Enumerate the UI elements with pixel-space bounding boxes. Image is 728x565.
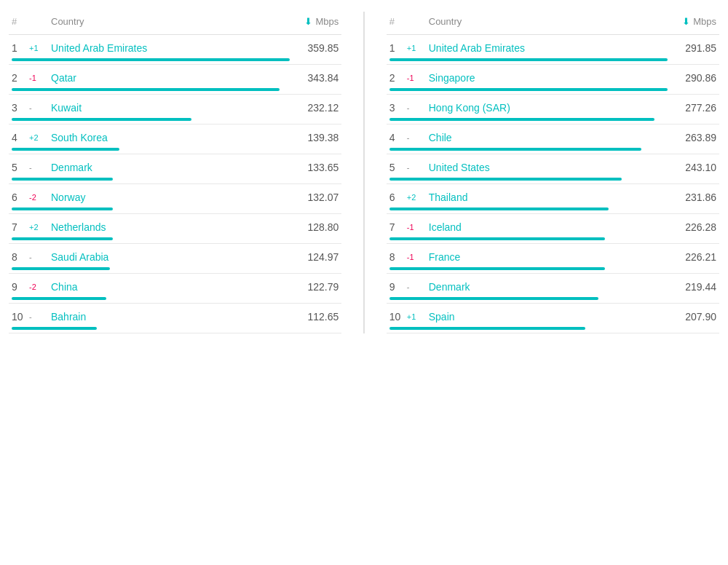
table-row: 6 -2 Norway 132.07 xyxy=(9,184,341,214)
table-header: # Country ⬇ Mbps xyxy=(387,12,719,35)
table-row: 4 +2 South Korea 139.38 xyxy=(9,125,341,154)
rank-number: 1 xyxy=(12,42,29,54)
country-name: Kuwait xyxy=(51,102,288,114)
table-row: 10 - Bahrain 112.65 xyxy=(9,304,341,333)
speed-bar-container xyxy=(12,267,339,270)
rank-change: -2 xyxy=(29,282,51,291)
table-row: 1 +1 United Arab Emirates 359.85 xyxy=(9,35,341,65)
speed-bar xyxy=(389,297,599,300)
speed-bar-container xyxy=(389,267,716,270)
mbps-value: 231.86 xyxy=(665,191,716,203)
speed-bar-container xyxy=(12,237,339,240)
rank-change: +1 xyxy=(407,44,429,52)
speed-bar xyxy=(389,267,606,270)
rank-number: 10 xyxy=(389,311,407,323)
download-icon: ⬇ xyxy=(682,16,690,27)
country-name: Qatar xyxy=(51,72,288,84)
rank-number: 5 xyxy=(389,162,407,173)
rank-change: +1 xyxy=(407,312,429,321)
rank-number: 9 xyxy=(12,281,29,293)
rank-number: 9 xyxy=(389,281,407,293)
country-name: Hong Kong (SAR) xyxy=(429,102,665,114)
speed-bar-container xyxy=(12,148,339,151)
download-icon: ⬇ xyxy=(304,16,312,27)
speed-bar xyxy=(12,178,113,181)
table-row: 7 +2 Netherlands 128.80 xyxy=(9,214,341,244)
speed-bar-container xyxy=(389,118,716,121)
speed-bar xyxy=(12,297,106,300)
country-name: Netherlands xyxy=(51,221,288,233)
rank-change: - xyxy=(29,253,51,261)
mbps-value: 343.84 xyxy=(288,72,339,84)
country-name: Spain xyxy=(429,311,665,323)
speed-bar-container xyxy=(12,58,339,61)
rank-change: - xyxy=(407,133,429,142)
rank-change: -1 xyxy=(29,74,51,82)
speed-bar xyxy=(12,58,290,61)
table-row: 5 - United States 243.10 xyxy=(387,154,719,184)
speed-bar-container xyxy=(12,208,339,210)
rank-change: - xyxy=(407,282,429,291)
country-name: Iceland xyxy=(429,221,665,233)
rank-number: 1 xyxy=(389,42,407,54)
header-mbps: ⬇ Mbps xyxy=(288,16,339,27)
speed-bar xyxy=(389,208,609,210)
rank-number: 4 xyxy=(389,132,407,143)
mbps-value: 226.21 xyxy=(665,251,716,263)
country-name: Thailand xyxy=(429,191,665,203)
mbps-value: 124.97 xyxy=(288,251,339,263)
mbps-value: 132.07 xyxy=(288,191,339,203)
mbps-value: 291.85 xyxy=(665,42,716,54)
rank-change: -1 xyxy=(407,223,429,232)
speed-bar-container xyxy=(12,88,339,91)
mbps-value: 219.44 xyxy=(665,281,716,293)
table-row: 2 -1 Singapore 290.86 xyxy=(387,65,719,95)
speed-bar-container xyxy=(389,148,716,151)
rank-number: 3 xyxy=(389,102,407,114)
rank-number: 6 xyxy=(12,191,29,203)
speed-bar-container xyxy=(389,237,716,240)
speed-bar xyxy=(12,88,280,91)
table-row: 8 - Saudi Arabia 124.97 xyxy=(9,244,341,274)
table-header: # Country ⬇ Mbps xyxy=(9,12,341,35)
right-table: # Country ⬇ Mbps 1 +1 United Arab Emirat… xyxy=(387,12,719,333)
country-name: China xyxy=(51,281,288,293)
rank-change: -1 xyxy=(407,74,429,82)
rank-number: 2 xyxy=(389,72,407,84)
mbps-value: 263.89 xyxy=(665,132,716,143)
rank-number: 7 xyxy=(389,221,407,233)
speed-bar-container xyxy=(389,327,716,330)
country-name: South Korea xyxy=(51,132,288,143)
table-row: 7 -1 Iceland 226.28 xyxy=(387,214,719,244)
rank-change: +2 xyxy=(407,193,429,202)
header-country: Country xyxy=(51,16,288,27)
country-name: Denmark xyxy=(51,162,288,173)
speed-bar xyxy=(389,118,654,121)
rank-change: - xyxy=(29,103,51,112)
country-name: Norway xyxy=(51,191,288,203)
speed-bar-container xyxy=(389,297,716,300)
speed-bar xyxy=(389,237,606,240)
table-row: 9 - Denmark 219.44 xyxy=(387,274,719,304)
speed-bar xyxy=(12,148,119,151)
table-row: 5 - Denmark 133.65 xyxy=(9,154,341,184)
table-row: 9 -2 China 122.79 xyxy=(9,274,341,304)
rank-change: -2 xyxy=(29,193,51,202)
speed-bar-container xyxy=(389,88,716,91)
rank-number: 8 xyxy=(12,251,29,263)
country-name: Singapore xyxy=(429,72,665,84)
speed-bar-container xyxy=(12,297,339,300)
mbps-value: 243.10 xyxy=(665,162,716,173)
rank-number: 6 xyxy=(389,191,407,203)
rank-number: 3 xyxy=(12,102,29,114)
mbps-value: 232.12 xyxy=(288,102,339,114)
speed-bar xyxy=(389,148,641,151)
speed-bar xyxy=(12,327,97,330)
header-country: Country xyxy=(429,16,665,27)
table-row: 2 -1 Qatar 343.84 xyxy=(9,65,341,95)
mbps-value: 128.80 xyxy=(288,221,339,233)
country-name: Chile xyxy=(429,132,665,143)
speed-bar xyxy=(12,237,113,240)
rank-change: - xyxy=(407,103,429,112)
mbps-value: 290.86 xyxy=(665,72,716,84)
